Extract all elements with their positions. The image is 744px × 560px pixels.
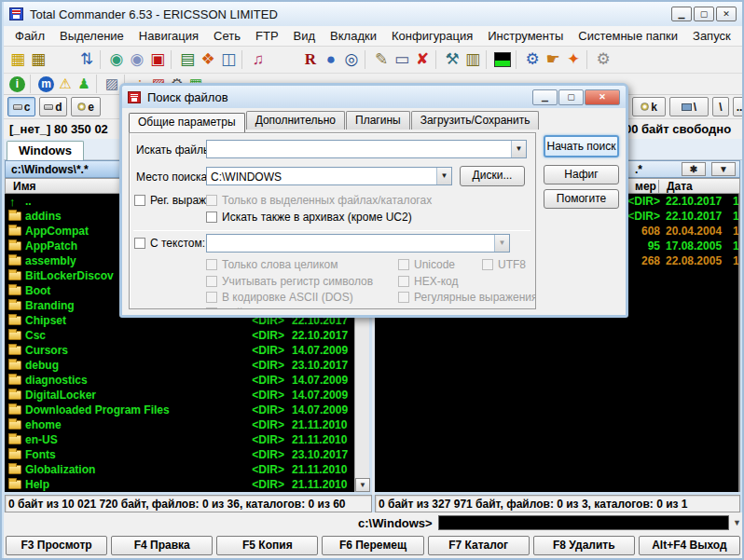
network-globe-icon[interactable]: ● — [321, 50, 341, 69]
file-row[interactable]: Csc<DIR>22.10.2017 — [5, 328, 354, 343]
drive-button-..[interactable]: .. — [733, 97, 744, 116]
drive-button-root[interactable]: \ — [712, 97, 729, 116]
menu-item-сеть[interactable]: Сеть — [206, 27, 248, 45]
menu-item-вкладки[interactable]: Вкладки — [323, 27, 384, 45]
save-icon[interactable]: ▣ — [147, 50, 168, 69]
menu-item-выделение[interactable]: Выделение — [52, 27, 131, 45]
fkey-button-f4[interactable]: F4 Правка — [111, 536, 213, 555]
thumbnails-icon[interactable]: ▦ — [7, 50, 28, 69]
hand-tool-icon[interactable]: ☛ — [543, 50, 563, 69]
dialog-tab-2[interactable]: Дополнительно — [246, 111, 345, 130]
fkey-button-f6[interactable]: F6 Перемещ — [322, 536, 423, 555]
drive-button-k[interactable]: k — [632, 97, 666, 116]
fkey-button-f5[interactable]: F5 Копия — [216, 536, 318, 555]
drive-button-c[interactable]: c — [7, 97, 35, 116]
info-icon[interactable]: i — [9, 76, 25, 92]
menu-item-навигация[interactable]: Навигация — [131, 27, 206, 45]
user-icon[interactable]: ♟ — [75, 75, 93, 92]
left-header-name[interactable]: Имя — [13, 180, 36, 193]
file-date: 22.10.2017 — [292, 329, 348, 342]
multimedia-icon[interactable]: ♫ — [248, 50, 269, 69]
gears-icon[interactable]: ⚙ — [593, 50, 613, 69]
command-history-drop-icon[interactable]: ▼ — [733, 518, 741, 527]
menu-item-вид[interactable]: Вид — [286, 27, 324, 45]
menu-item-инструменты[interactable]: Инструменты — [480, 27, 571, 45]
right-star-button[interactable]: ✱ — [682, 162, 706, 176]
menu-item-системные-папки[interactable]: Системные папки — [571, 27, 685, 45]
net-search-icon[interactable]: ◎ — [341, 50, 362, 69]
find-files-icon[interactable]: ⚒ — [442, 50, 462, 69]
compare-icon[interactable]: ❖ — [198, 50, 218, 69]
big-icons-icon[interactable]: ▦ — [28, 50, 48, 69]
file-row[interactable]: diagnostics<DIR>14.07.2009 — [5, 373, 354, 388]
window-icon[interactable]: ▭ — [392, 50, 412, 69]
search-colored-icon[interactable]: ✦ — [563, 50, 584, 69]
cd-icon — [77, 102, 86, 111]
tab-windows[interactable]: Windows — [7, 141, 84, 160]
menu-item-файл[interactable]: Файл — [7, 27, 52, 45]
dialog-minimize-button[interactable]: ▁ — [532, 89, 558, 105]
file-row[interactable]: Help<DIR>21.11.2010 — [5, 477, 354, 492]
folder-view-icon[interactable]: ▨ — [103, 75, 121, 92]
file-row[interactable]: Globalization<DIR>21.11.2010 — [5, 462, 354, 477]
command-line-input[interactable] — [438, 515, 729, 530]
menu-item-справка[interactable]: Справка — [738, 27, 744, 45]
dos-window-icon[interactable] — [494, 52, 511, 67]
file-row[interactable]: ehome<DIR>21.11.2010 — [5, 417, 354, 432]
cd-tree-icon[interactable]: ◉ — [106, 50, 127, 69]
drive-button-e[interactable]: e — [71, 97, 101, 116]
menu-item-запуск[interactable]: Запуск — [685, 27, 738, 45]
dialog-maximize-button[interactable]: ▢ — [558, 89, 584, 105]
dialog-close-button[interactable]: ✕ — [585, 89, 620, 105]
dialog-tab-3[interactable]: Плагины — [346, 111, 410, 130]
disconnect-icon[interactable]: ✘ — [412, 50, 433, 69]
pack-icon[interactable]: ▤ — [177, 50, 198, 69]
help-button[interactable]: Помогите — [544, 189, 619, 209]
start-search-button[interactable]: Начать поиск — [544, 135, 619, 157]
folder-icon — [8, 226, 21, 236]
cancel-button[interactable]: Нафиг — [544, 165, 619, 184]
file-row[interactable]: Fonts<DIR>23.10.2017 — [5, 447, 354, 462]
combo-drop-icon[interactable]: ▼ — [436, 168, 451, 184]
fkey-button-f3[interactable]: F3 Просмотр — [6, 536, 107, 555]
drive-button-root[interactable]: \ — [669, 97, 709, 116]
notes-icon[interactable]: ✎ — [371, 50, 392, 69]
file-row[interactable]: Cursors<DIR>14.07.2009 — [5, 343, 354, 358]
warning-icon[interactable]: ⚠ — [56, 75, 75, 92]
m-badge-icon[interactable]: m — [38, 76, 54, 92]
close-button[interactable]: ✕ — [716, 7, 737, 21]
drive-button-d[interactable]: d — [39, 97, 67, 116]
dialog-tab-1[interactable]: Общие параметры — [129, 113, 245, 133]
file-row[interactable]: DigitalLocker<DIR>14.07.2009 — [5, 388, 354, 403]
search-archives-checkbox[interactable] — [206, 212, 217, 223]
right-header-date[interactable]: Дата — [658, 180, 693, 193]
quickview-icon[interactable]: ◫ — [218, 50, 239, 69]
registry-icon[interactable]: R — [300, 50, 321, 69]
minimize-button[interactable]: ▁ — [671, 7, 692, 21]
drives-button[interactable]: Диски... — [460, 166, 525, 186]
right-history-drop-button[interactable]: ▼ — [711, 162, 736, 176]
file-row[interactable]: debug<DIR>23.10.2017 — [5, 358, 354, 373]
regex-search-label: Регулярные выражения — [414, 291, 536, 304]
with-text-checkbox[interactable] — [134, 238, 145, 249]
search-in-combo[interactable]: C:\WINDOWS ▼ — [206, 167, 452, 185]
right-header-size[interactable]: мер — [635, 180, 656, 193]
archive-find-icon[interactable]: ▥ — [462, 50, 483, 69]
fkey-button-f8[interactable]: F8 Удалить — [533, 536, 635, 555]
file-row[interactable]: Downloaded Program Files<DIR>14.07.2009 — [5, 403, 354, 417]
settings-gear-icon[interactable]: ⚙ — [522, 50, 543, 69]
maximize-button[interactable]: ▢ — [694, 7, 714, 21]
file-row[interactable]: en-US<DIR>21.11.2010 — [5, 432, 354, 447]
fkey-button-f7[interactable]: F7 Каталог — [428, 536, 530, 555]
with-text-combo[interactable]: ▼ — [206, 234, 510, 253]
regex-checkbox[interactable] — [134, 195, 145, 206]
ftp-connect-icon[interactable]: ⇅ — [76, 50, 97, 69]
disc-icon[interactable]: ◉ — [127, 50, 147, 69]
search-for-combo[interactable]: ▼ — [206, 140, 527, 158]
menu-item-ftp[interactable]: FTP — [248, 27, 286, 45]
dialog-tab-4[interactable]: Загрузить/Сохранить — [411, 111, 540, 130]
fkey-button-alt-f4[interactable]: Alt+F4 Выход — [639, 536, 740, 555]
scroll-down-icon[interactable]: ▼ — [355, 478, 370, 492]
combo-drop-icon[interactable]: ▼ — [511, 141, 526, 157]
menu-item-конфигурация[interactable]: Конфигурация — [384, 27, 480, 45]
